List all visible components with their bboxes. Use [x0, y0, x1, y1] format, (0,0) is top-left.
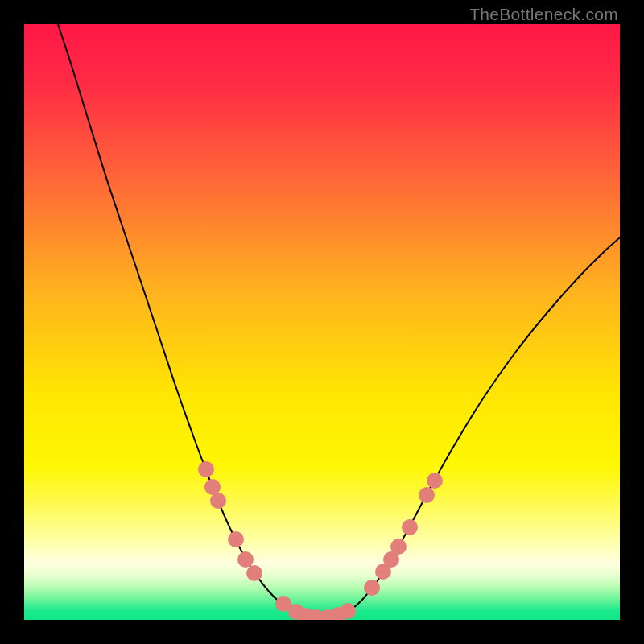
bottleneck-curve	[58, 24, 620, 618]
watermark-text: TheBottleneck.com	[469, 5, 618, 24]
curve-marker	[402, 519, 418, 535]
chart-plot	[24, 24, 620, 620]
curve-marker	[228, 531, 244, 547]
curve-marker	[340, 603, 356, 619]
chart-frame	[24, 24, 620, 620]
curve-marker	[246, 565, 262, 581]
curve-marker	[364, 580, 380, 596]
curve-marker	[427, 473, 443, 489]
curve-marker	[390, 539, 407, 555]
curve-marker	[198, 461, 214, 477]
curve-marker	[419, 487, 435, 503]
curve-marker	[237, 551, 254, 568]
curve-markers	[198, 461, 443, 620]
curve-marker	[210, 493, 226, 509]
